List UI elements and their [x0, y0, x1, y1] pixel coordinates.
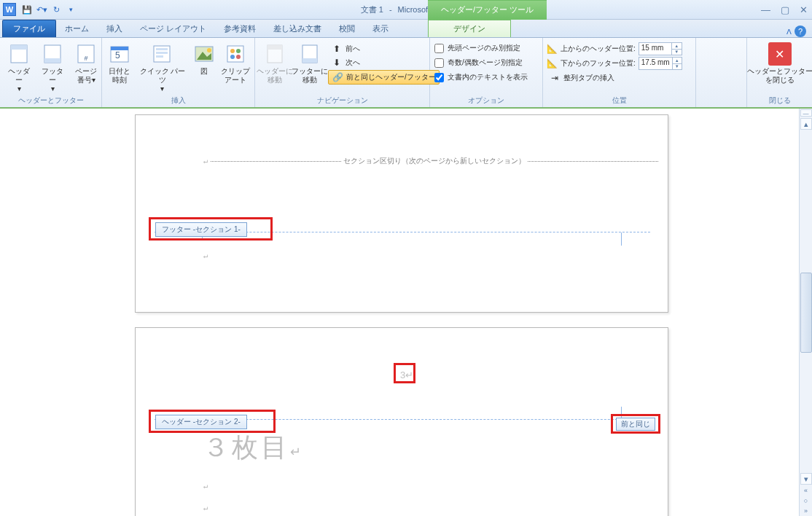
- goto-footer-button[interactable]: フッターに 移動: [293, 41, 327, 86]
- prev-page-icon[interactable]: «: [800, 485, 812, 496]
- svg-rect-1: [11, 45, 27, 50]
- scroll-down-icon[interactable]: ▾: [800, 473, 812, 485]
- picture-icon: [192, 42, 216, 66]
- next-section-button[interactable]: ⬇ 次へ: [328, 56, 440, 69]
- svg-point-15: [207, 48, 211, 52]
- body-text: ３枚目↵: [203, 430, 304, 466]
- tab-file[interactable]: ファイル: [2, 20, 56, 37]
- tab-insert[interactable]: 挿入: [98, 20, 131, 37]
- group-options: オプション: [430, 95, 542, 107]
- group-position: 位置: [543, 95, 695, 107]
- scroll-track[interactable]: [800, 130, 812, 472]
- ribbon-tabs: ファイル ホーム 挿入 ページ レイアウト 参考資料 差し込み文書 校閲 表示 …: [0, 20, 812, 38]
- footer-button[interactable]: フッター▾: [36, 41, 69, 95]
- svg-point-18: [236, 49, 241, 53]
- save-icon[interactable]: 💾: [20, 3, 34, 16]
- svg-text:#: #: [84, 55, 87, 62]
- close-header-footer-button[interactable]: ✕ ヘッダーとフッター を閉じる: [750, 41, 809, 86]
- clipart-button[interactable]: クリップ アート: [219, 41, 251, 86]
- show-document-text-checkbox[interactable]: 文書内のテキストを表示: [433, 71, 529, 83]
- datetime-button[interactable]: 5 日付と 時刻: [105, 41, 134, 86]
- footer-position-label: 下からのフッター位置:: [561, 58, 636, 69]
- document-name: 文書 1: [361, 4, 383, 15]
- browse-object-icon[interactable]: ○: [800, 496, 812, 506]
- picture-button[interactable]: 図: [191, 41, 218, 77]
- minimize-icon[interactable]: —: [761, 4, 770, 15]
- group-close: 閉じる: [747, 95, 812, 107]
- same-as-previous-tag: 前と同じ: [616, 418, 655, 431]
- group-navigation: ナビゲーション: [255, 95, 429, 107]
- contextual-tab-label: ヘッダー/フッター ツール: [428, 0, 547, 20]
- undo-icon[interactable]: ↶▾: [35, 3, 48, 16]
- close-hf-icon: ✕: [768, 42, 792, 66]
- title-bar: W 💾 ↶▾ ↻ ▾ 文書 1 - Microsoft Word ヘッダー/フッ…: [0, 0, 812, 20]
- header-position-icon: 📐: [546, 43, 558, 55]
- tab-home[interactable]: ホーム: [56, 20, 98, 37]
- footer-position-icon: 📐: [546, 58, 558, 69]
- maximize-icon[interactable]: ▢: [781, 4, 789, 15]
- collapse-ribbon-icon[interactable]: ᐱ: [786, 28, 792, 36]
- header-position-label: 上からのヘッダー位置:: [561, 44, 636, 54]
- svg-rect-3: [44, 58, 60, 63]
- word-icon: W: [3, 3, 16, 16]
- footer-position-input[interactable]: 17.5 mm▲▼: [639, 57, 682, 70]
- svg-point-20: [236, 55, 241, 59]
- svg-text:5: 5: [115, 50, 120, 60]
- highlight-page-number: [394, 363, 415, 383]
- help-icon[interactable]: ?: [795, 26, 806, 37]
- tab-page-layout[interactable]: ページ レイアウト: [131, 20, 215, 37]
- svg-point-17: [230, 49, 235, 53]
- header-button[interactable]: ヘッダー▾: [3, 41, 35, 95]
- different-first-page-checkbox[interactable]: 先頭ページのみ別指定: [433, 42, 529, 54]
- quick-access-toolbar: 💾 ↶▾ ↻ ▾: [20, 3, 77, 16]
- clipart-icon: [224, 42, 247, 66]
- quick-parts-button[interactable]: クイック パーツ▾: [136, 41, 190, 95]
- next-icon: ⬇: [331, 57, 343, 69]
- svg-rect-24: [302, 58, 317, 63]
- different-odd-even-checkbox[interactable]: 奇数/偶数ページ別指定: [433, 57, 529, 69]
- header-section-tag: ヘッダー -セクション 2-: [155, 415, 247, 429]
- document-area[interactable]: ↵ セクション区切り（次のページから新しいセクション） ↵ フッター -セクショ…: [0, 109, 799, 516]
- tab-references[interactable]: 参考資料: [215, 20, 265, 37]
- tab-view[interactable]: 表示: [364, 20, 397, 37]
- next-page-icon[interactable]: »: [800, 506, 812, 516]
- svg-rect-16: [227, 46, 243, 62]
- vertical-scrollbar[interactable]: — ▴ ▾ « ○ »: [799, 109, 812, 516]
- tab-design[interactable]: デザイン: [428, 20, 511, 37]
- page-number-button[interactable]: # ページ 番号▾: [70, 41, 102, 86]
- page-1: ↵ セクション区切り（次のページから新しいセクション） ↵ フッター -セクショ…: [135, 114, 668, 313]
- svg-rect-11: [156, 52, 168, 54]
- ribbon: ヘッダー▾ フッター▾ # ページ 番号▾ ヘッダーとフッター 5: [0, 38, 812, 109]
- prev-section-button[interactable]: ⬆ 前へ: [328, 42, 440, 55]
- qat-more-icon[interactable]: ▾: [64, 3, 77, 16]
- svg-rect-22: [268, 45, 282, 50]
- goto-footer-icon: [298, 42, 321, 66]
- align-tab-icon: ⇥: [549, 72, 561, 84]
- scroll-thumb[interactable]: [800, 273, 812, 353]
- split-icon[interactable]: —: [800, 109, 812, 117]
- section-break: セクション区切り（次のページから新しいセクション）: [208, 156, 660, 166]
- svg-point-19: [230, 55, 235, 59]
- header-position-input[interactable]: 15 mm▲▼: [639, 42, 682, 55]
- calendar-icon: 5: [108, 42, 131, 66]
- footer-icon: [41, 42, 64, 66]
- tab-mailings[interactable]: 差し込み文書: [265, 20, 330, 37]
- redo-icon[interactable]: ↻: [50, 3, 63, 16]
- prev-icon: ⬆: [331, 43, 343, 55]
- link-to-previous-button[interactable]: 🔗 前と同じヘッダー/フッター: [328, 70, 440, 85]
- svg-rect-10: [156, 48, 168, 50]
- close-icon[interactable]: ✕: [800, 4, 808, 15]
- goto-header-button[interactable]: ヘッダーに 移動: [258, 41, 292, 86]
- quick-parts-icon: [151, 42, 174, 66]
- svg-rect-12: [156, 55, 163, 58]
- link-icon: 🔗: [332, 71, 343, 83]
- group-insert: 挿入: [102, 95, 254, 107]
- scroll-up-icon[interactable]: ▴: [800, 118, 812, 130]
- goto-header-icon: [263, 42, 286, 66]
- insert-align-tab-button[interactable]: ⇥ 整列タブの挿入: [546, 71, 682, 85]
- tab-review[interactable]: 校閲: [330, 20, 364, 37]
- header-icon: [7, 42, 31, 66]
- group-header-footer: ヘッダーとフッター: [0, 95, 101, 107]
- window-title: 文書 1 - Microsoft Word: [0, 4, 812, 15]
- page-number-icon: #: [74, 42, 98, 66]
